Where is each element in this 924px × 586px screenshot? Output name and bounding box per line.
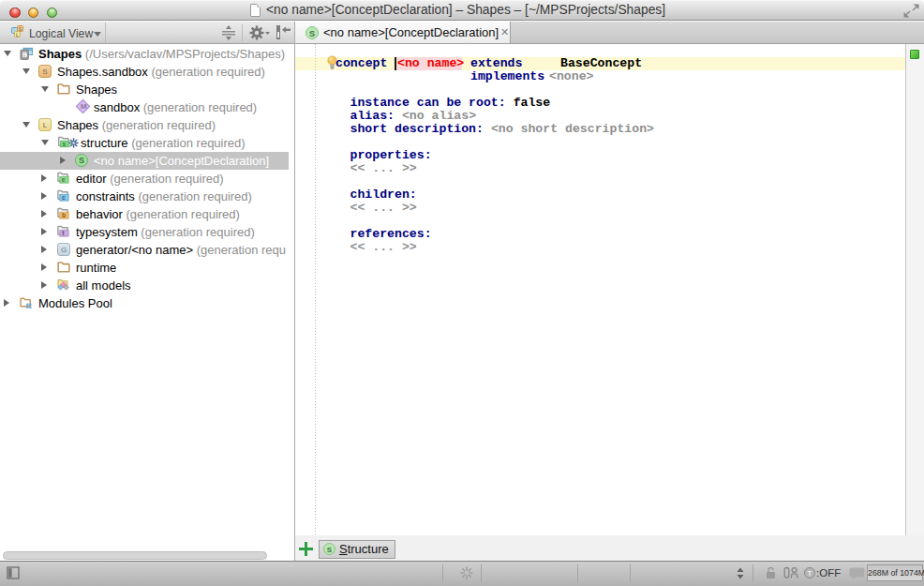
svg-text:s: s — [62, 141, 66, 147]
svg-text:e: e — [62, 176, 66, 183]
svg-text:b: b — [62, 212, 66, 218]
svg-text:c: c — [62, 194, 66, 201]
svg-text:T: T — [808, 569, 812, 578]
